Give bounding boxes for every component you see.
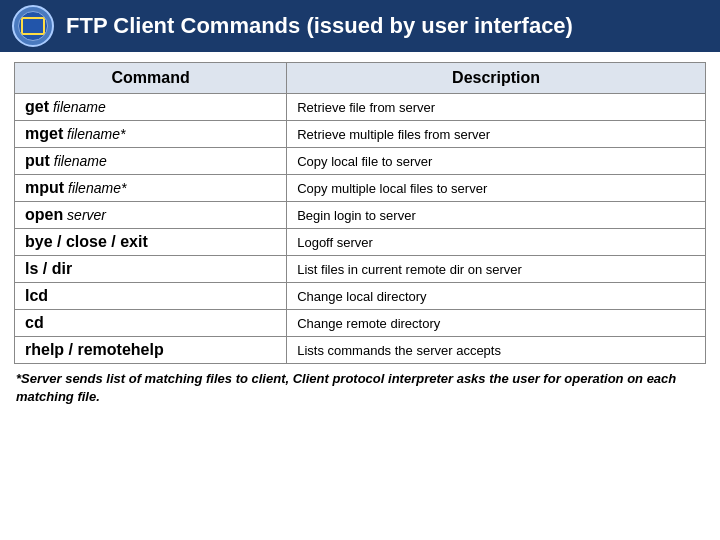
footer-note: *Server sends list of matching files to … bbox=[14, 370, 706, 406]
table-row: rhelp / remotehelpLists commands the ser… bbox=[15, 337, 706, 364]
table-row: open serverBegin login to server bbox=[15, 202, 706, 229]
table-row: bye / close / exitLogoff server bbox=[15, 229, 706, 256]
description-cell: Retrieve file from server bbox=[287, 94, 706, 121]
command-cell: open server bbox=[15, 202, 287, 229]
table-row: get filenameRetrieve file from server bbox=[15, 94, 706, 121]
description-cell: Copy multiple local files to server bbox=[287, 175, 706, 202]
command-cell: get filename bbox=[15, 94, 287, 121]
description-cell: List files in current remote dir on serv… bbox=[287, 256, 706, 283]
command-cell: lcd bbox=[15, 283, 287, 310]
table-row: mput filename*Copy multiple local files … bbox=[15, 175, 706, 202]
table-row: lcdChange local directory bbox=[15, 283, 706, 310]
command-cell: cd bbox=[15, 310, 287, 337]
command-cell: rhelp / remotehelp bbox=[15, 337, 287, 364]
logo bbox=[12, 5, 54, 47]
description-cell: Lists commands the server accepts bbox=[287, 337, 706, 364]
command-cell: ls / dir bbox=[15, 256, 287, 283]
col-description: Description bbox=[287, 63, 706, 94]
description-cell: Logoff server bbox=[287, 229, 706, 256]
command-cell: bye / close / exit bbox=[15, 229, 287, 256]
description-cell: Retrieve multiple files from server bbox=[287, 121, 706, 148]
table-row: cdChange remote directory bbox=[15, 310, 706, 337]
col-command: Command bbox=[15, 63, 287, 94]
table-row: put filenameCopy local file to server bbox=[15, 148, 706, 175]
description-cell: Copy local file to server bbox=[287, 148, 706, 175]
table-row: ls / dirList files in current remote dir… bbox=[15, 256, 706, 283]
commands-table: Command Description get filenameRetrieve… bbox=[14, 62, 706, 364]
header-title: FTP Client Commands (issued by user inte… bbox=[66, 13, 573, 39]
command-cell: mput filename* bbox=[15, 175, 287, 202]
command-cell: mget filename* bbox=[15, 121, 287, 148]
command-cell: put filename bbox=[15, 148, 287, 175]
description-cell: Begin login to server bbox=[287, 202, 706, 229]
header: FTP Client Commands (issued by user inte… bbox=[0, 0, 720, 52]
description-cell: Change remote directory bbox=[287, 310, 706, 337]
table-row: mget filename*Retrieve multiple files fr… bbox=[15, 121, 706, 148]
content: Command Description get filenameRetrieve… bbox=[0, 52, 720, 412]
description-cell: Change local directory bbox=[287, 283, 706, 310]
